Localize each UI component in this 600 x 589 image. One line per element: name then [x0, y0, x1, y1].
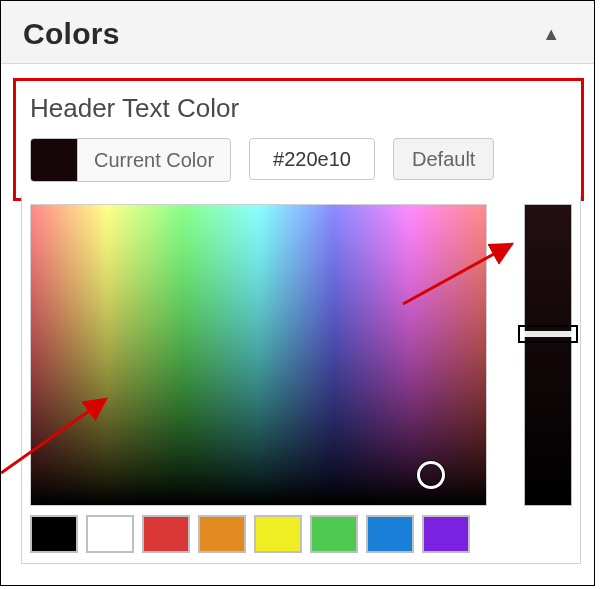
preset-blue[interactable]	[366, 515, 414, 553]
section-header[interactable]: Colors ▲	[1, 1, 594, 64]
preset-yellow[interactable]	[254, 515, 302, 553]
current-color-button[interactable]: Current Color	[30, 138, 231, 182]
hex-input[interactable]	[249, 138, 375, 180]
current-color-label: Current Color	[78, 139, 230, 181]
default-button[interactable]: Default	[393, 138, 494, 180]
colors-panel: Colors ▲ Header Text Color Current Color…	[0, 0, 595, 586]
section-title: Colors	[23, 17, 120, 51]
control-row: Current Color Default	[30, 138, 567, 182]
preset-violet[interactable]	[422, 515, 470, 553]
preset-green[interactable]	[310, 515, 358, 553]
collapse-icon[interactable]: ▲	[532, 15, 570, 53]
color-picker	[21, 196, 581, 564]
preset-white[interactable]	[86, 515, 134, 553]
control-label: Header Text Color	[30, 93, 567, 124]
preset-red[interactable]	[142, 515, 190, 553]
saturation-value-field[interactable]	[30, 204, 487, 506]
lightness-slider[interactable]	[524, 204, 572, 506]
sv-cursor	[417, 461, 445, 489]
preset-black[interactable]	[30, 515, 78, 553]
header-text-color-controls: Header Text Color Current Color Default	[13, 78, 584, 201]
preset-orange[interactable]	[198, 515, 246, 553]
current-color-swatch	[31, 139, 78, 181]
preset-swatches	[30, 515, 502, 553]
